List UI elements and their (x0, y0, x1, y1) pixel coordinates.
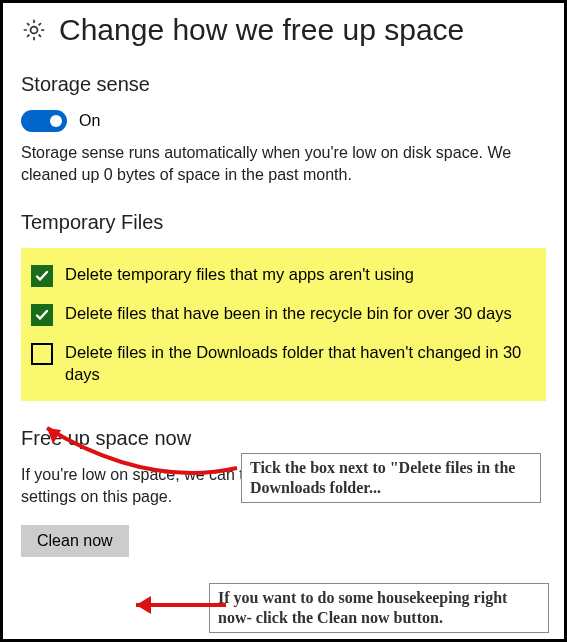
section-free-up-space: Free up space now (21, 427, 546, 450)
gear-icon (21, 17, 47, 43)
svg-point-0 (31, 27, 38, 34)
temp-files-options: Delete temporary files that my apps aren… (21, 248, 546, 401)
annotation-callout: Tick the box next to "Delete files in th… (241, 453, 541, 503)
option-row: Delete files that have been in the recyc… (29, 295, 538, 334)
section-temporary-files: Temporary Files (21, 211, 546, 234)
storage-sense-toggle[interactable] (21, 110, 67, 132)
option-label: Delete files that have been in the recyc… (65, 303, 512, 324)
page-title: Change how we free up space (59, 13, 464, 47)
option-row: Delete temporary files that my apps aren… (29, 256, 538, 295)
toggle-label: On (79, 112, 100, 130)
annotation-callout: If you want to do some housekeeping righ… (209, 583, 549, 633)
option-label: Delete temporary files that my apps aren… (65, 264, 414, 285)
checkbox-delete-recycle-bin[interactable] (31, 304, 53, 326)
clean-now-button[interactable]: Clean now (21, 525, 129, 557)
section-storage-sense: Storage sense (21, 73, 546, 96)
option-row: Delete files in the Downloads folder tha… (29, 334, 538, 393)
checkbox-delete-temp-files[interactable] (31, 265, 53, 287)
option-label: Delete files in the Downloads folder tha… (65, 342, 536, 385)
storage-sense-description: Storage sense runs automatically when yo… (21, 142, 531, 185)
checkbox-delete-downloads[interactable] (31, 343, 53, 365)
